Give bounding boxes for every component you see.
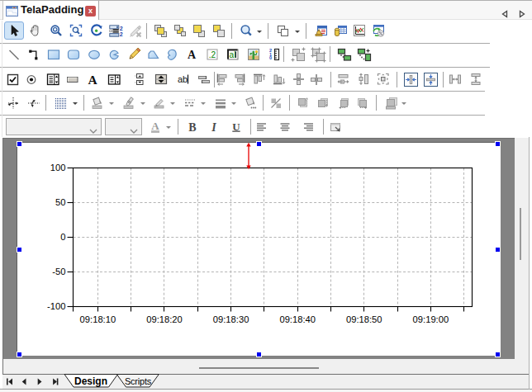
svg-text:-50: -50	[52, 267, 65, 276]
svg-text:Design: Design	[74, 375, 107, 387]
svg-text:Scripts: Scripts	[124, 376, 151, 386]
svg-text:09:18:40: 09:18:40	[279, 314, 316, 324]
svg-text:09:18:10: 09:18:10	[80, 314, 116, 324]
svg-text:09:18:30: 09:18:30	[213, 314, 249, 324]
svg-text:0: 0	[60, 232, 65, 242]
svg-text:09:18:20: 09:18:20	[146, 314, 183, 324]
svg-text:100: 100	[50, 163, 66, 172]
svg-text:-100: -100	[47, 301, 65, 311]
svg-text:09:19:00: 09:19:00	[413, 314, 449, 324]
svg-text:09:18:50: 09:18:50	[346, 314, 382, 324]
svg-text:50: 50	[55, 197, 65, 207]
